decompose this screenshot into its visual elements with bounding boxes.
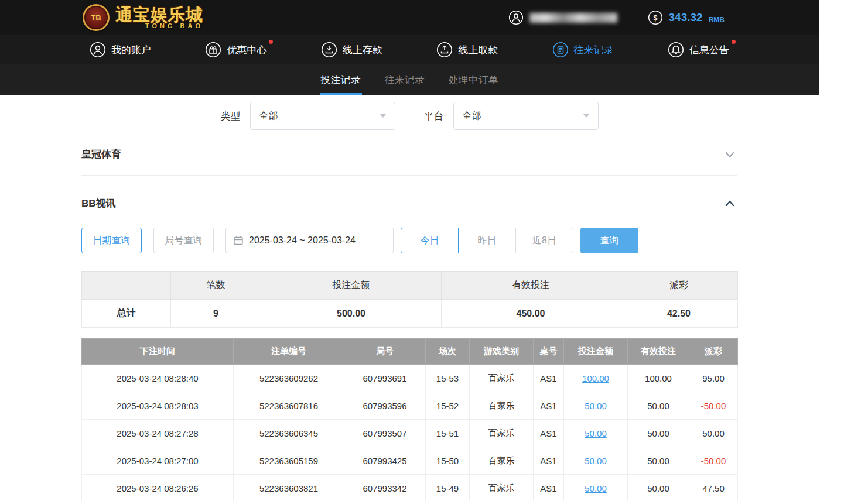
bet-amount-link[interactable]: 50.00: [585, 401, 607, 411]
col-session: 场次: [426, 339, 470, 365]
summary-payout: 42.50: [620, 300, 738, 328]
session-cell: 15-51: [426, 420, 470, 447]
nav-item-label: 优惠中心: [227, 43, 266, 57]
top-bar: TB 通宝娱乐城 TONG BAO: [0, 0, 819, 35]
summary-bet-amount: 500.00: [261, 300, 442, 328]
col-round: 局号: [344, 339, 426, 365]
search-button[interactable]: 查询: [580, 228, 638, 253]
section-title: BB视讯: [81, 197, 116, 210]
col-valid-bet: 有效投注: [628, 339, 689, 365]
nav-item-my-account[interactable]: 我的账户: [90, 42, 151, 58]
nav-item-deposit[interactable]: 线上存款: [321, 42, 382, 58]
user-icon: [508, 10, 524, 25]
balance[interactable]: $ 343.32 RMB: [648, 10, 725, 25]
today-button[interactable]: 今日: [401, 228, 459, 253]
round-cell: 607993425: [344, 447, 426, 475]
logo-badge: TB: [91, 13, 101, 22]
table-no-cell: AS1: [534, 447, 564, 475]
nav-item-announcements[interactable]: 信息公告: [668, 42, 729, 58]
platform-select-value: 全部: [463, 110, 481, 122]
deposit-icon: [321, 42, 337, 58]
nav-item-label: 线上存款: [343, 43, 382, 57]
date-query-button[interactable]: 日期查询: [81, 228, 142, 253]
round-cell: 607993507: [344, 420, 426, 447]
logo[interactable]: TB 通宝娱乐城 TONG BAO: [81, 4, 203, 31]
withdraw-icon: [436, 42, 453, 58]
top-right: $ 343.32 RMB: [508, 10, 737, 25]
valid-bet-cell: 50.00: [628, 420, 689, 447]
bet-id-cell: 522363609262: [234, 365, 344, 392]
col-payout: 派彩: [689, 339, 738, 365]
last-8-days-button[interactable]: 近8日: [515, 228, 573, 253]
yesterday-button[interactable]: 昨日: [458, 228, 516, 253]
platform-filter-label: 平台: [424, 109, 444, 123]
page: TB 通宝娱乐城 TONG BAO: [0, 0, 819, 501]
round-cell: 607993596: [344, 392, 426, 420]
summary-row: 总计 9 500.00 450.00 42.50: [82, 300, 738, 328]
table-row: 2025-03-24 08:27:00 522363605159 6079934…: [82, 447, 738, 475]
logo-coin-icon: TB: [83, 4, 110, 31]
user-icon: [90, 42, 106, 58]
time-cell: 2025-03-24 08:26:26: [82, 475, 234, 501]
type-filter-label: 类型: [221, 109, 241, 123]
tab-transaction-records[interactable]: 往来记录: [384, 64, 426, 95]
chevron-down-icon[interactable]: [723, 148, 737, 161]
valid-bet-cell: 50.00: [628, 447, 689, 475]
summary-header-count: 笔数: [171, 272, 261, 300]
game-cell: 百家乐: [470, 392, 534, 420]
nav-item-label: 我的账户: [111, 43, 151, 57]
bet-amount-link[interactable]: 50.00: [585, 456, 607, 466]
bet-id-cell: 522363605159: [234, 447, 344, 475]
payout-cell: 50.00: [689, 420, 738, 447]
type-filter-group: 类型 全部: [221, 102, 395, 130]
col-bet-time: 下注时间: [82, 339, 234, 365]
game-cell: 百家乐: [470, 365, 534, 392]
dollar-icon: $: [648, 10, 663, 25]
session-cell: 15-53: [426, 365, 470, 392]
notification-dot: [269, 40, 273, 44]
nav-item-withdrawal[interactable]: 线上取款: [436, 42, 498, 58]
quick-range-group: 今日 昨日 近8日: [401, 228, 573, 253]
summary-header-payout: 派彩: [620, 272, 738, 300]
valid-bet-cell: 50.00: [628, 392, 689, 420]
user-account[interactable]: [508, 10, 617, 25]
game-cell: 百家乐: [470, 475, 534, 501]
tab-processing-orders[interactable]: 处理中订单: [447, 64, 500, 95]
main-nav: 我的账户 优惠中心: [0, 35, 819, 64]
table-row: 2025-03-24 08:27:28 522363606345 6079935…: [82, 420, 738, 447]
bet-amount-link[interactable]: 50.00: [585, 428, 607, 438]
summary-header-empty: [82, 272, 171, 300]
game-cell: 百家乐: [470, 447, 534, 475]
tab-label: 往来记录: [385, 73, 425, 87]
platform-select[interactable]: 全部: [453, 102, 599, 130]
table-row: 2025-03-24 08:28:03 522363607816 6079935…: [82, 392, 738, 420]
summary-header-valid-bet: 有效投注: [442, 272, 620, 300]
type-select[interactable]: 全部: [250, 102, 395, 130]
bet-id-cell: 522363603821: [234, 475, 344, 501]
nav-item-promotions[interactable]: 优惠中心: [205, 42, 266, 58]
summary-count: 9: [171, 300, 261, 328]
game-cell: 百家乐: [470, 420, 534, 447]
date-range-input[interactable]: 2025-03-24 ~ 2025-03-24: [225, 228, 394, 253]
table-no-cell: AS1: [534, 420, 564, 447]
chevron-down-icon: [380, 114, 386, 118]
bet-amount-link[interactable]: 100.00: [582, 373, 609, 383]
chevron-up-icon[interactable]: [723, 197, 737, 210]
tab-bet-records[interactable]: 投注记录: [320, 64, 362, 95]
col-bet-id: 注单编号: [234, 339, 344, 365]
bet-id-cell: 522363606345: [234, 420, 344, 447]
session-cell: 15-50: [426, 447, 470, 475]
tab-label: 投注记录: [321, 73, 361, 87]
payout-cell: -50.00: [689, 447, 738, 475]
bb-video-section-header[interactable]: BB视讯: [81, 197, 737, 210]
session-cell: 15-52: [426, 392, 470, 420]
tab-label: 处理中订单: [449, 73, 498, 87]
time-cell: 2025-03-24 08:27:28: [82, 420, 234, 447]
crown-sports-section-header[interactable]: 皇冠体育: [81, 147, 737, 176]
col-game-type: 游戏类别: [470, 339, 534, 365]
bet-amount-link[interactable]: 50.00: [585, 483, 607, 493]
nav-item-records[interactable]: 往来记录: [552, 42, 614, 58]
filter-bar: 类型 全部 平台 全部: [81, 102, 737, 130]
round-query-button[interactable]: 局号查询: [153, 228, 214, 253]
date-range-value: 2025-03-24 ~ 2025-03-24: [249, 235, 356, 246]
